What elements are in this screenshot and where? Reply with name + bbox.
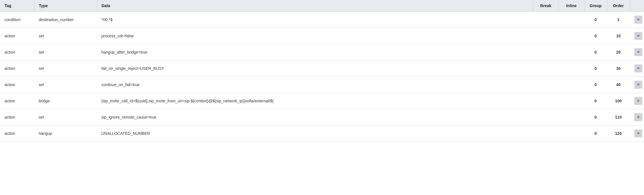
cell-tag: action [0, 109, 34, 125]
cell-data: UNALLOCATED_NUMBER [97, 125, 533, 142]
delete-row-button[interactable] [634, 32, 642, 40]
cell-type: set [34, 44, 97, 60]
cell-action [630, 12, 644, 28]
cell-data: hangup_after_bridge=true [97, 44, 533, 60]
cell-tag: action [0, 93, 34, 109]
cell-group: 0 [584, 60, 607, 77]
cell-break [533, 28, 559, 44]
cell-break [533, 60, 559, 77]
table-header-row: Tag Type Data Break Inline Group Order [0, 0, 644, 12]
cell-order: 40 [607, 77, 630, 93]
table-row: actionsetprocess_cdr=false010 [0, 28, 644, 44]
cell-type: destination_number [34, 12, 97, 28]
column-header-type: Type [34, 0, 97, 12]
cell-tag: action [0, 77, 34, 93]
table-row: actionsetfail_on_single_reject=USER_BUSY… [0, 60, 644, 77]
cell-break [533, 77, 559, 93]
cell-data: continue_on_fail=true [97, 77, 533, 93]
cell-group: 0 [584, 44, 607, 60]
cell-action [630, 60, 644, 77]
cell-group: 0 [584, 109, 607, 125]
cell-tag: action [0, 44, 34, 60]
cell-type: set [34, 77, 97, 93]
column-header-action [630, 0, 644, 12]
table-row: conditiondestination_number^00.*$01 [0, 12, 644, 28]
column-header-tag: Tag [0, 0, 34, 12]
cell-break [533, 93, 559, 109]
cell-inline [559, 109, 584, 125]
cell-type: set [34, 60, 97, 77]
cell-order: 100 [607, 93, 630, 109]
table-row: actionsetcontinue_on_fail=true040 [0, 77, 644, 93]
cell-data: ^00.*$ [97, 12, 533, 28]
cell-action [630, 93, 644, 109]
cell-action [630, 77, 644, 93]
cell-break [533, 44, 559, 60]
delete-row-button[interactable] [634, 97, 642, 105]
table-row: actionsethangup_after_bridge=true020 [0, 44, 644, 60]
cell-tag: condition [0, 12, 34, 28]
cell-type: set [34, 28, 97, 44]
delete-row-button[interactable] [634, 48, 642, 56]
cell-inline [559, 125, 584, 142]
cell-data: process_cdr=false [97, 28, 533, 44]
cell-action [630, 28, 644, 44]
cell-inline [559, 12, 584, 28]
delete-row-button[interactable] [634, 81, 642, 89]
cell-data: fail_on_single_reject=USER_BUSY [97, 60, 533, 77]
delete-row-button[interactable] [634, 64, 642, 72]
cell-inline [559, 93, 584, 109]
cell-group: 0 [584, 12, 607, 28]
cell-action [630, 109, 644, 125]
cell-tag: action [0, 60, 34, 77]
cell-break [533, 125, 559, 142]
cell-tag: action [0, 28, 34, 44]
cell-break [533, 12, 559, 28]
cell-order: 20 [607, 44, 630, 60]
cell-group: 0 [584, 125, 607, 142]
cell-group: 0 [584, 93, 607, 109]
cell-action [630, 125, 644, 142]
cell-group: 0 [584, 77, 607, 93]
cell-order: 1 [607, 12, 630, 28]
cell-action [630, 44, 644, 60]
cell-inline [559, 28, 584, 44]
cell-type: bridge [34, 93, 97, 109]
cell-order: 30 [607, 60, 630, 77]
cell-type: set [34, 109, 97, 125]
cell-inline [559, 44, 584, 60]
column-header-order: Order [607, 0, 630, 12]
table-body: conditiondestination_number^00.*$01actio… [0, 12, 644, 142]
cell-order: 110 [607, 109, 630, 125]
cell-inline [559, 60, 584, 77]
cell-order: 10 [607, 28, 630, 44]
cell-inline [559, 77, 584, 93]
table-row: actionbridge{sip_invite_call_id=${uuid},… [0, 93, 644, 109]
cell-tag: action [0, 125, 34, 142]
cell-break [533, 109, 559, 125]
cell-order: 120 [607, 125, 630, 142]
cell-group: 0 [584, 28, 607, 44]
cell-data: {sip_invite_call_id=${uuid},sip_invite_f… [97, 93, 533, 109]
cell-data: sip_ignore_remote_cause=true [97, 109, 533, 125]
delete-row-button[interactable] [634, 16, 642, 24]
column-header-break: Break [533, 0, 559, 12]
column-header-inline: Inline [559, 0, 584, 12]
dialplan-table: Tag Type Data Break Inline Group Order c… [0, 0, 644, 142]
delete-row-button[interactable] [634, 129, 642, 137]
table-row: actionsetsip_ignore_remote_cause=true011… [0, 109, 644, 125]
cell-type: hangup [34, 125, 97, 142]
column-header-group: Group [584, 0, 607, 12]
column-header-data: Data [97, 0, 533, 12]
delete-row-button[interactable] [634, 113, 642, 121]
table-row: actionhangupUNALLOCATED_NUMBER0120 [0, 125, 644, 142]
dialplan-table-container: Tag Type Data Break Inline Group Order c… [0, 0, 644, 142]
